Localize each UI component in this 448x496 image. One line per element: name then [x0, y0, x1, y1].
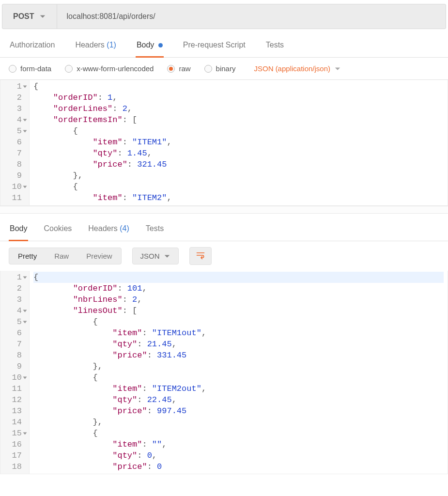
request-tabs: Authorization Headers (1) Body Pre-reque…	[0, 29, 448, 58]
line-number: 4	[5, 305, 26, 316]
line-number: 9	[5, 361, 26, 372]
fold-icon[interactable]	[23, 85, 27, 88]
code-line: "price": 0	[33, 462, 162, 471]
code-line: {	[33, 429, 98, 438]
tab-tests[interactable]: Tests	[265, 38, 285, 57]
code-line: {	[33, 82, 38, 91]
code-line: {	[33, 317, 98, 326]
radio-label: binary	[216, 64, 236, 73]
code-line: "orderItemsIn": [	[33, 115, 137, 124]
code-line: "price": 331.45	[33, 351, 186, 360]
resp-tab-headers[interactable]: Headers (4)	[87, 221, 130, 241]
editor-gutter: 1234567891011	[0, 80, 30, 205]
radio-form-data[interactable]: form-data	[9, 64, 51, 73]
wrap-toggle-button[interactable]	[189, 247, 212, 265]
radio-label: form-data	[20, 64, 51, 73]
code-line: "item": "ITEM2out",	[33, 384, 206, 393]
line-number: 3	[5, 103, 26, 114]
content-type-label: JSON (application/json)	[254, 64, 330, 73]
line-number: 2	[5, 92, 26, 103]
panel-divider[interactable]	[0, 206, 448, 214]
body-type-row: form-data x-www-form-urlencoded raw bina…	[0, 58, 448, 80]
radio-binary[interactable]: binary	[204, 64, 236, 73]
content-type-select[interactable]: JSON (application/json)	[254, 64, 341, 73]
line-number: 10	[5, 181, 26, 192]
line-number: 9	[5, 170, 26, 181]
line-number: 1	[5, 81, 26, 92]
fold-icon[interactable]	[23, 119, 27, 121]
radio-icon	[204, 65, 212, 73]
fold-icon[interactable]	[23, 276, 27, 279]
radio-icon	[65, 65, 73, 73]
radio-urlencoded[interactable]: x-www-form-urlencoded	[65, 64, 154, 73]
line-number: 13	[5, 405, 26, 417]
view-raw[interactable]: Raw	[46, 248, 77, 264]
view-pretty[interactable]: Pretty	[9, 248, 46, 264]
fold-icon[interactable]	[23, 321, 27, 323]
chevron-down-icon	[39, 13, 46, 20]
code-line: "qty": 22.45,	[33, 395, 177, 404]
tab-headers[interactable]: Headers (1)	[74, 38, 117, 57]
code-line: "qty": 1.45,	[33, 149, 152, 158]
code-line: "orderLines": 2,	[33, 104, 132, 113]
code-line: "item": "ITEM1out",	[33, 328, 206, 338]
radio-icon	[167, 65, 175, 73]
editor-gutter: 123456789101112131415161718	[0, 271, 30, 474]
tab-label: Authorization	[10, 41, 55, 49]
code-line: {	[33, 126, 78, 136]
request-bar: POST localhost:8081/api/orders/	[2, 4, 446, 29]
resp-tab-tests[interactable]: Tests	[145, 221, 165, 241]
code-line: "nbrLines": 2,	[33, 295, 142, 304]
code-line: "linesOut": [	[33, 306, 137, 315]
line-number: 15	[5, 428, 26, 439]
response-body-viewer[interactable]: 123456789101112131415161718 { "orderID":…	[0, 271, 448, 474]
http-method-label: POST	[13, 12, 34, 21]
fold-icon[interactable]	[23, 376, 27, 379]
tab-count: (4)	[120, 224, 129, 232]
line-number: 6	[5, 137, 26, 148]
code-line: "orderID": 101,	[33, 284, 147, 293]
line-number: 7	[5, 148, 26, 159]
request-body-editor[interactable]: 1234567891011 { "orderID": 1, "orderLine…	[0, 80, 448, 206]
view-preview[interactable]: Preview	[77, 248, 121, 264]
line-number: 8	[5, 350, 26, 361]
modified-indicator	[158, 43, 163, 47]
format-label: JSON	[140, 252, 160, 260]
line-number: 11	[5, 192, 26, 203]
editor-code[interactable]: { "orderID": 1, "orderLines": 2, "orderI…	[30, 80, 448, 205]
line-number: 11	[5, 383, 26, 394]
code-line: "item": "ITEM2",	[33, 193, 172, 202]
btn-label: Raw	[54, 252, 69, 260]
request-url-input[interactable]: localhost:8081/api/orders/	[57, 4, 446, 29]
resp-tab-body[interactable]: Body	[9, 221, 28, 241]
resp-tab-cookies[interactable]: Cookies	[43, 221, 73, 241]
line-number: 5	[5, 316, 26, 327]
tab-label: Tests	[146, 224, 164, 232]
format-select[interactable]: JSON	[132, 248, 179, 264]
wrap-icon	[196, 250, 205, 260]
tab-label: Body	[137, 41, 154, 49]
fold-icon[interactable]	[23, 432, 27, 434]
code-line: "qty": 21.45,	[33, 340, 177, 349]
http-method-select[interactable]: POST	[2, 4, 57, 29]
view-mode-group: Pretty Raw Preview	[9, 248, 122, 264]
tab-authorization[interactable]: Authorization	[9, 38, 56, 57]
line-number: 14	[5, 417, 26, 428]
code-line: "orderID": 1,	[33, 93, 117, 102]
fold-icon[interactable]	[23, 310, 27, 312]
line-number: 7	[5, 339, 26, 350]
fold-icon[interactable]	[23, 186, 27, 188]
request-url-text: localhost:8081/api/orders/	[67, 12, 155, 21]
tab-body[interactable]: Body	[136, 38, 164, 58]
radio-label: x-www-form-urlencoded	[77, 64, 154, 73]
response-view-controls: Pretty Raw Preview JSON	[0, 241, 448, 271]
tab-label: Cookies	[44, 224, 72, 232]
tab-prerequest[interactable]: Pre-request Script	[182, 38, 247, 57]
line-number: 5	[5, 125, 26, 137]
code-line: },	[33, 418, 103, 427]
chevron-down-icon	[164, 253, 170, 260]
fold-icon[interactable]	[23, 130, 27, 132]
radio-icon	[9, 65, 16, 73]
radio-raw[interactable]: raw	[167, 64, 190, 73]
line-number: 4	[5, 114, 26, 125]
